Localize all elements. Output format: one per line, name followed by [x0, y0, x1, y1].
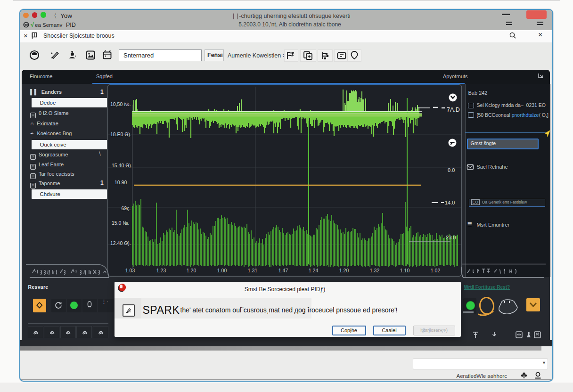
svg-text:15.40 Ѳ).: 15.40 Ѳ). — [112, 163, 132, 168]
svg-text:0.0: 0.0 — [448, 167, 455, 173]
svg-text:23.0: 23.0 — [446, 235, 456, 240]
svg-text:-69ҫ.: -69ҫ. — [120, 205, 131, 211]
svg-text:7A.D: 7A.D — [447, 106, 460, 113]
svg-text:18.E0 Ѳ).: 18.E0 Ѳ). — [110, 131, 131, 137]
svg-text:15.0 №.: 15.0 №. — [112, 220, 130, 226]
svg-text:12.40 Ѳ).: 12.40 Ѳ). — [110, 240, 131, 246]
svg-text:14.0: 14.0 — [445, 200, 455, 205]
svg-text:10.90: 10.90 — [115, 180, 127, 185]
svg-text:10,50 №.: 10,50 №. — [110, 101, 131, 107]
